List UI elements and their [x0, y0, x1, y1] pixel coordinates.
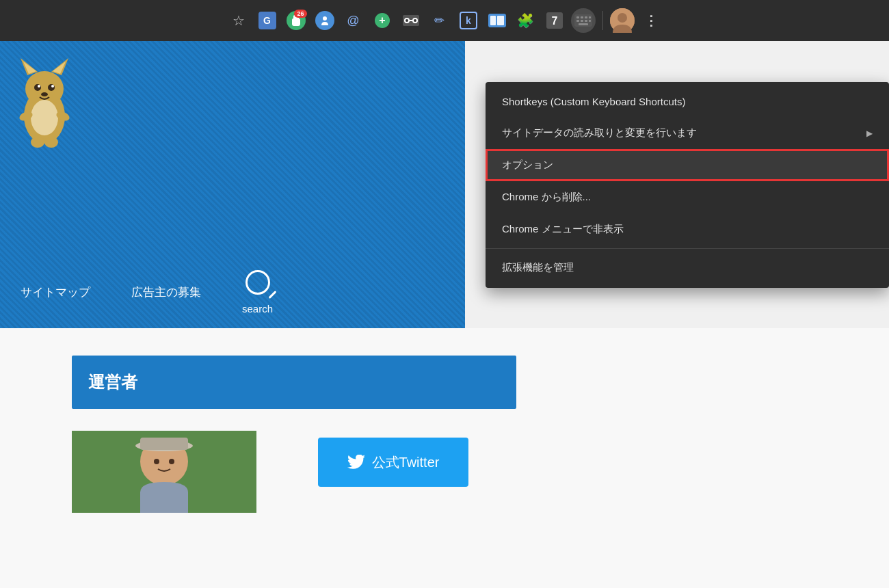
context-menu: Shortkeys (Custom Keyboard Shortcuts) サイ… [486, 82, 889, 288]
bookmark-star-icon[interactable]: ☆ [226, 8, 251, 33]
toolbar-divider [602, 11, 603, 30]
pencil-icon[interactable]: ✏ [427, 8, 452, 33]
submenu-chevron: ▶ [866, 129, 873, 138]
svg-point-38 [41, 92, 48, 96]
svg-rect-47 [140, 438, 188, 450]
svg-text:+: + [379, 14, 385, 26]
svg-text:7: 7 [551, 15, 557, 27]
menu-item-manage[interactable]: 拡張機能を管理 [486, 252, 889, 284]
puzzle-icon[interactable]: 🧩 [514, 8, 538, 33]
chrome-toolbar: ☆ G 26 @ [0, 0, 889, 41]
site-nav: サイトマップ 広告主の募集 search [0, 256, 465, 328]
mail-icon[interactable]: @ [341, 8, 366, 33]
svg-point-6 [406, 19, 408, 22]
seven-icon[interactable]: 7 [542, 8, 567, 33]
svg-point-36 [38, 85, 40, 88]
photo-card [72, 431, 256, 513]
svg-rect-19 [585, 16, 587, 18]
menu-item-hide-chrome[interactable]: Chrome メニューで非表示 [486, 213, 889, 245]
profile-avatar[interactable] [610, 8, 635, 33]
menu-item-shortkeys[interactable]: Shortkeys (Custom Keyboard Shortcuts) [486, 86, 889, 117]
nav-advertise[interactable]: 広告主の募集 [131, 284, 201, 300]
svg-point-43 [44, 137, 58, 148]
search-label: search [242, 303, 273, 315]
svg-rect-12 [490, 16, 496, 25]
twitter-button[interactable]: 公式Twitter [318, 438, 468, 487]
svg-rect-22 [581, 20, 583, 22]
svg-rect-21 [576, 20, 579, 22]
blue-box-icon[interactable] [485, 8, 509, 33]
svg-rect-24 [589, 20, 591, 22]
svg-rect-23 [585, 20, 587, 22]
site-mascot [14, 55, 68, 137]
svg-rect-25 [579, 23, 588, 25]
spy-icon[interactable] [399, 8, 423, 33]
nav-search[interactable]: search [242, 270, 273, 315]
nav-sitemap[interactable]: サイトマップ [21, 284, 90, 300]
svg-point-27 [618, 13, 627, 23]
svg-point-0 [323, 16, 327, 21]
keyboard-icon[interactable] [571, 8, 596, 33]
grammarly-icon[interactable]: G [255, 8, 280, 33]
page-content: サイトマップ 広告主の募集 search 運営者 [0, 41, 889, 588]
svg-point-35 [48, 84, 55, 91]
toolbar-icons: ☆ G 26 @ [226, 8, 663, 33]
blue-icon[interactable] [313, 8, 337, 33]
operator-label: 運営者 [88, 371, 137, 393]
menu-item-options[interactable]: オプション [486, 149, 889, 181]
menu-separator [486, 248, 889, 249]
svg-rect-18 [581, 16, 583, 18]
svg-text:k: k [466, 15, 471, 26]
svg-point-39 [31, 100, 58, 135]
svg-point-49 [169, 459, 174, 464]
site-header: サイトマップ 広告主の募集 search [0, 41, 465, 328]
more-button[interactable]: ⋮ [639, 8, 663, 33]
svg-rect-13 [497, 16, 504, 25]
svg-point-48 [154, 459, 159, 464]
svg-rect-17 [576, 16, 579, 18]
svg-point-7 [414, 19, 416, 22]
svg-point-34 [34, 84, 41, 91]
svg-point-42 [31, 137, 44, 148]
menu-item-remove-chrome[interactable]: Chrome から削除... [486, 181, 889, 213]
menu-item-site-data[interactable]: サイトデータの読み取りと変更を行います ▶ [486, 117, 889, 149]
svg-rect-20 [589, 16, 591, 18]
search-icon [246, 270, 270, 295]
svg-point-37 [51, 85, 54, 88]
operator-button[interactable]: 運営者 [72, 356, 516, 409]
twitter-label: 公式Twitter [372, 453, 440, 472]
k-icon[interactable]: k [456, 8, 481, 33]
evernote-badge: 26 [294, 10, 306, 18]
evernote-icon[interactable]: 26 [284, 8, 308, 33]
plus-green-icon[interactable]: + [370, 8, 395, 33]
